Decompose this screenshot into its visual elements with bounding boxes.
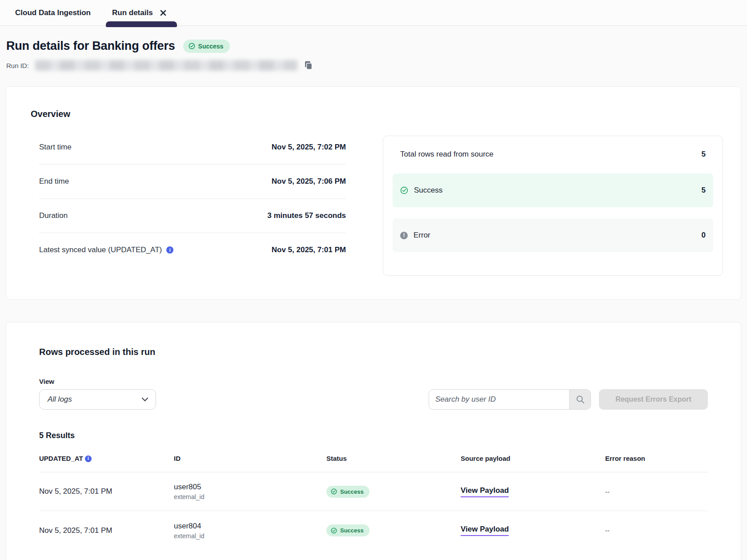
status-badge: Success	[183, 40, 230, 53]
request-errors-export-button[interactable]: Request Errors Export	[599, 389, 708, 410]
rows-processed-heading: Rows processed in this run	[39, 347, 708, 357]
chevron-down-icon	[141, 397, 149, 402]
field-label: Duration	[39, 211, 68, 220]
id-type: external_id	[174, 532, 326, 540]
summary-total-row: Total rows read from source 5	[393, 136, 713, 173]
total-rows-value: 5	[702, 150, 706, 159]
success-value: 5	[702, 186, 706, 195]
page-header: Run details for Banking offers Success R…	[0, 39, 747, 71]
cell-updated-at: Nov 5, 2025, 7:01 PM	[39, 526, 174, 535]
cell-id: user805 external_id	[174, 483, 326, 500]
check-circle-icon	[331, 488, 337, 495]
info-icon[interactable]: i	[85, 455, 92, 462]
cell-status: Success	[326, 486, 461, 498]
run-summary-panel: Total rows read from source 5 Success 5 …	[383, 136, 723, 276]
error-circle-icon: !	[400, 232, 408, 239]
search-icon	[576, 395, 585, 404]
user-id: user804	[174, 522, 326, 531]
tab-label: Cloud Data Ingestion	[15, 8, 91, 17]
view-dropdown-value: All logs	[48, 395, 72, 404]
check-circle-icon	[400, 186, 408, 194]
tab-label: Run details	[112, 8, 153, 17]
cell-source-payload: View Payload	[461, 525, 605, 536]
status-badge: Success	[326, 524, 369, 536]
field-label: Start time	[39, 143, 72, 152]
view-dropdown[interactable]: All logs	[39, 389, 156, 410]
view-payload-link[interactable]: View Payload	[461, 486, 509, 497]
field-value: Nov 5, 2025, 7:06 PM	[272, 177, 346, 186]
table-header-row: UPDATED_AT i ID Status Source payload Er…	[39, 455, 708, 472]
col-id: ID	[174, 455, 326, 462]
search-input[interactable]	[429, 390, 569, 409]
error-label: Error	[414, 231, 430, 240]
col-error-reason: Error reason	[605, 455, 708, 462]
col-updated-at: UPDATED_AT i	[39, 455, 174, 462]
check-circle-icon	[331, 528, 337, 534]
summary-error-row: ! Error 0	[393, 218, 713, 252]
id-type: external_id	[174, 493, 326, 500]
table-row: Nov 5, 2025, 7:01 PM user804 external_id…	[39, 511, 708, 550]
field-label: Latest synced value (UPDATED_AT)	[39, 246, 162, 254]
view-payload-link[interactable]: View Payload	[461, 525, 509, 536]
cell-error-reason: --	[605, 488, 708, 496]
cell-source-payload: View Payload	[461, 486, 605, 497]
field-label: End time	[39, 177, 69, 186]
status-badge-label: Success	[198, 43, 224, 50]
cell-updated-at: Nov 5, 2025, 7:01 PM	[39, 487, 174, 496]
user-id: user805	[174, 483, 326, 492]
run-id-redacted	[35, 60, 297, 71]
info-icon[interactable]: i	[166, 246, 173, 254]
tab-run-details[interactable]: Run details	[108, 0, 173, 25]
field-value: Nov 5, 2025, 7:01 PM	[272, 246, 346, 254]
cell-status: Success	[326, 524, 461, 536]
rows-processed-card: Rows processed in this run View All logs…	[6, 322, 741, 560]
col-source-payload: Source payload	[461, 455, 605, 462]
overview-card: Overview Start time Nov 5, 2025, 7:02 PM…	[6, 86, 741, 300]
field-value: 3 minutes 57 seconds	[267, 211, 346, 220]
table-row: Nov 5, 2025, 7:01 PM user805 external_id…	[39, 472, 708, 511]
check-circle-icon	[189, 43, 195, 49]
field-latest-synced-value: Latest synced value (UPDATED_AT) i Nov 5…	[39, 233, 346, 267]
col-status: Status	[326, 455, 461, 462]
view-label: View	[39, 378, 708, 385]
results-count: 5 Results	[39, 431, 708, 440]
tab-bar: Cloud Data Ingestion Run details	[0, 0, 747, 26]
cell-id: user804 external_id	[174, 522, 326, 540]
error-value: 0	[702, 231, 706, 240]
cell-error-reason: --	[605, 527, 708, 534]
active-tab-indicator	[106, 21, 177, 27]
status-badge: Success	[326, 486, 369, 498]
total-rows-label: Total rows read from source	[400, 150, 494, 159]
tab-cloud-data-ingestion[interactable]: Cloud Data Ingestion	[11, 0, 95, 25]
user-id-search	[429, 389, 591, 410]
success-label: Success	[414, 186, 442, 195]
summary-success-row: Success 5	[393, 173, 713, 207]
rows-table: UPDATED_AT i ID Status Source payload Er…	[39, 455, 708, 550]
field-duration: Duration 3 minutes 57 seconds	[39, 198, 346, 233]
close-icon[interactable]	[158, 8, 168, 18]
field-start-time: Start time Nov 5, 2025, 7:02 PM	[39, 130, 346, 164]
overview-heading: Overview	[31, 109, 723, 119]
field-end-time: End time Nov 5, 2025, 7:06 PM	[39, 164, 346, 198]
search-button[interactable]	[569, 390, 590, 409]
field-value: Nov 5, 2025, 7:02 PM	[272, 143, 346, 152]
copy-icon[interactable]	[304, 60, 313, 71]
overview-fields: Start time Nov 5, 2025, 7:02 PM End time…	[39, 130, 346, 276]
run-id-label: Run ID:	[6, 62, 29, 69]
page-title: Run details for Banking offers	[6, 39, 175, 53]
